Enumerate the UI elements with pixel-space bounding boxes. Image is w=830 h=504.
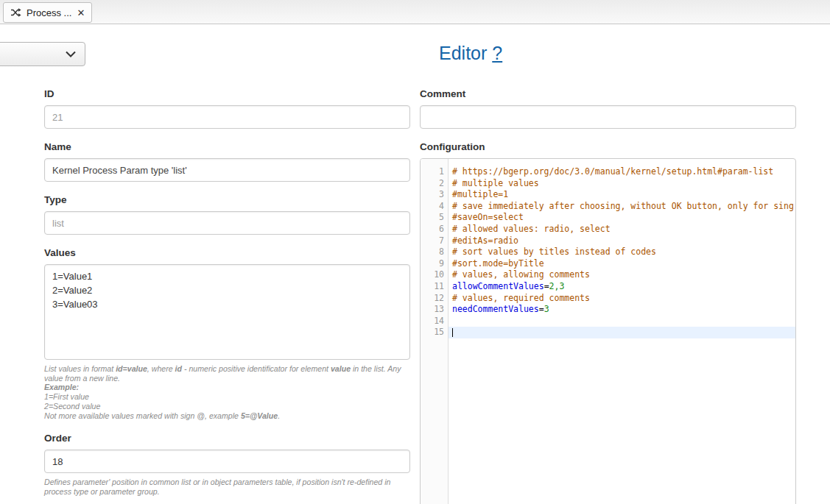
code-token-comment: # sort values by titles instead of codes (452, 246, 656, 257)
code-token-plain: = (544, 281, 549, 291)
code-line[interactable]: # sort values by titles instead of codes (449, 246, 795, 258)
values-textarea[interactable]: 1=Value1 2=Value2 3=Value03 (44, 264, 410, 360)
line-number: 12 (421, 293, 448, 305)
code-token-key: needCommentValues (452, 304, 539, 314)
code-token-comment: # values, required comments (452, 293, 590, 303)
line-number: 1 (421, 166, 448, 178)
comment-label: Comment (420, 88, 796, 99)
tab-process[interactable]: Process ... ✕ (3, 2, 92, 23)
id-input (44, 105, 410, 129)
code-line[interactable]: # save immediately after choosing, witho… (449, 201, 795, 213)
code-token-value: 2,3 (549, 281, 565, 291)
configuration-label: Configuration (420, 141, 796, 152)
field-values: Values 1=Value1 2=Value2 3=Value03 List … (44, 247, 410, 420)
code-token-comment: #editAs=radio (452, 235, 518, 246)
help-link[interactable]: ? (492, 43, 502, 63)
tab-strip: Process ... ✕ (0, 0, 830, 24)
chevron-down-icon (66, 51, 76, 57)
tab-close-icon[interactable]: ✕ (77, 8, 85, 18)
line-number: 11 (421, 281, 448, 293)
code-token-comment: #multiple=1 (452, 189, 508, 199)
code-token-comment: # values, allowing comments (452, 269, 590, 280)
name-input[interactable] (44, 158, 410, 182)
code-token-comment: # allowed values: radio, select (452, 224, 611, 234)
id-label: ID (44, 88, 410, 99)
shuffle-icon (10, 8, 21, 17)
code-token-comment: # save immediately after choosing, witho… (452, 201, 794, 211)
line-number: 9 (421, 258, 448, 270)
toolbar-dropdown[interactable] (0, 42, 85, 66)
code-line[interactable]: needCommentValues=3 (449, 304, 795, 316)
code-line[interactable] (449, 327, 795, 338)
code-content-area[interactable]: # https://bgerp.org/doc/3.0/manual/kerne… (449, 159, 795, 504)
code-line[interactable]: #editAs=radio (449, 235, 795, 247)
code-token-comment: # https://bgerp.org/doc/3.0/manual/kerne… (452, 166, 773, 177)
values-label: Values (44, 247, 410, 258)
code-line[interactable]: #sort.mode=byTitle (449, 258, 795, 270)
line-number: 8 (421, 246, 448, 258)
form-right-column: Comment Configuration 123456789101112131… (420, 88, 796, 504)
field-comment: Comment (420, 88, 796, 129)
page-title-text: Editor (439, 43, 487, 63)
code-line[interactable] (449, 316, 795, 327)
field-type: Type (44, 194, 410, 235)
text-cursor (452, 328, 453, 337)
line-number: 3 (421, 189, 448, 201)
line-number: 6 (421, 224, 448, 235)
name-label: Name (44, 141, 410, 152)
field-id: ID (44, 88, 410, 129)
type-label: Type (44, 194, 410, 205)
line-number: 15 (421, 327, 448, 338)
code-line[interactable]: # values, required comments (449, 293, 795, 305)
code-line[interactable]: #multiple=1 (449, 189, 795, 201)
line-number: 13 (421, 304, 448, 316)
code-line[interactable]: # values, allowing comments (449, 269, 795, 281)
order-label: Order (44, 433, 410, 444)
line-number: 10 (421, 269, 448, 281)
code-line-number-gutter: 123456789101112131415 (421, 159, 449, 504)
code-line[interactable]: # https://bgerp.org/doc/3.0/manual/kerne… (449, 166, 795, 178)
order-help-text: Defines parameter' position in common li… (44, 478, 410, 496)
field-configuration: Configuration 123456789101112131415 # ht… (420, 141, 796, 504)
field-name: Name (44, 141, 410, 182)
code-token-comment: #saveOn=select (452, 212, 524, 222)
line-number: 2 (421, 178, 448, 190)
code-line[interactable]: # multiple values (449, 178, 795, 190)
configuration-code-editor[interactable]: 123456789101112131415 # https://bgerp.or… (420, 158, 796, 504)
code-line[interactable]: # allowed values: radio, select (449, 224, 795, 235)
form-left-column: ID Name Type Values 1=Value1 2=Value2 3=… (44, 88, 410, 497)
values-help-text: List values in format id=value, where id… (44, 364, 410, 420)
code-line[interactable]: #saveOn=select (449, 212, 795, 224)
code-token-comment: #sort.mode=byTitle (452, 258, 544, 269)
code-token-value: 3 (544, 304, 549, 314)
code-token-plain: = (539, 304, 544, 314)
comment-input[interactable] (420, 105, 796, 129)
order-input[interactable] (44, 450, 410, 473)
line-number: 7 (421, 235, 448, 247)
field-order: Order Defines parameter' position in com… (44, 433, 410, 496)
page-title: Editor ? (439, 43, 502, 64)
line-number: 4 (421, 201, 448, 213)
code-token-key: allowCommentValues (452, 281, 544, 291)
type-input (44, 211, 410, 235)
tab-label: Process ... (27, 7, 71, 18)
line-number: 5 (421, 212, 448, 224)
code-token-comment: # multiple values (452, 178, 539, 188)
line-number: 14 (421, 316, 448, 327)
code-line[interactable]: allowCommentValues=2,3 (449, 281, 795, 293)
